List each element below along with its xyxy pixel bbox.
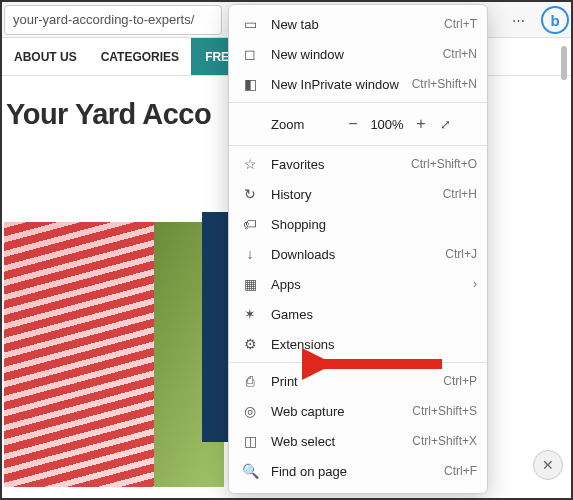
menu-new-window[interactable]: ◻ New window Ctrl+N — [229, 39, 487, 69]
menu-games[interactable]: ✶ Games — [229, 299, 487, 329]
scrollbar-thumb[interactable] — [561, 46, 567, 80]
close-button[interactable]: ✕ — [533, 450, 563, 480]
menu-new-tab[interactable]: ▭ New tab Ctrl+T — [229, 9, 487, 39]
menu-web-select[interactable]: ◫ Web select Ctrl+Shift+X — [229, 426, 487, 456]
downloads-icon: ↓ — [241, 246, 259, 262]
menu-extensions[interactable]: ⚙ Extensions — [229, 329, 487, 359]
menu-find[interactable]: 🔍 Find on page Ctrl+F — [229, 456, 487, 486]
menu-downloads[interactable]: ↓ Downloads Ctrl+J — [229, 239, 487, 269]
toolbar-right: ⋯ b — [503, 5, 569, 35]
web-select-icon: ◫ — [241, 433, 259, 449]
url-input[interactable]: your-yard-according-to-experts/ — [4, 5, 222, 35]
extensions-icon: ⚙ — [241, 336, 259, 352]
zoom-in-button[interactable]: + — [409, 115, 433, 133]
star-icon: ☆ — [241, 156, 259, 172]
menu-history[interactable]: ↻ History Ctrl+H — [229, 179, 487, 209]
chevron-right-icon: › — [467, 277, 477, 291]
zoom-value: 100% — [365, 117, 409, 132]
new-window-icon: ◻ — [241, 46, 259, 62]
bing-icon[interactable]: b — [541, 6, 569, 34]
menu-shopping[interactable]: 🏷 Shopping — [229, 209, 487, 239]
menu-favorites[interactable]: ☆ Favorites Ctrl+Shift+O — [229, 149, 487, 179]
menu-more-tools[interactable]: More tools › — [229, 486, 487, 494]
menu-separator — [229, 102, 487, 103]
menu-separator — [229, 145, 487, 146]
hero-accent-bar — [202, 212, 230, 442]
menu-zoom: Zoom − 100% + ⤢ — [229, 106, 487, 142]
find-icon: 🔍 — [241, 463, 259, 479]
games-icon: ✶ — [241, 306, 259, 322]
menu-apps[interactable]: ▦ Apps › — [229, 269, 487, 299]
web-capture-icon: ◎ — [241, 403, 259, 419]
new-tab-icon: ▭ — [241, 16, 259, 32]
fullscreen-button[interactable]: ⤢ — [433, 117, 457, 132]
nav-about[interactable]: ABOUT US — [2, 38, 89, 75]
menu-web-capture[interactable]: ◎ Web capture Ctrl+Shift+S — [229, 396, 487, 426]
menu-label: New tab — [271, 17, 444, 32]
print-icon: ⎙ — [241, 373, 259, 389]
browser-menu: ▭ New tab Ctrl+T ◻ New window Ctrl+N ◧ N… — [228, 4, 488, 494]
apps-icon: ▦ — [241, 276, 259, 292]
menu-new-inprivate[interactable]: ◧ New InPrivate window Ctrl+Shift+N — [229, 69, 487, 99]
hero-image — [4, 222, 224, 487]
history-icon: ↻ — [241, 186, 259, 202]
nav-categories[interactable]: CATEGORIES — [89, 38, 191, 75]
menu-print[interactable]: ⎙ Print Ctrl+P — [229, 366, 487, 396]
more-options-button[interactable]: ⋯ — [503, 5, 535, 35]
zoom-out-button[interactable]: − — [341, 115, 365, 133]
inprivate-icon: ◧ — [241, 76, 259, 92]
menu-separator — [229, 362, 487, 363]
menu-shortcut: Ctrl+T — [444, 17, 477, 31]
zoom-label: Zoom — [271, 117, 341, 132]
shopping-icon: 🏷 — [241, 216, 259, 232]
